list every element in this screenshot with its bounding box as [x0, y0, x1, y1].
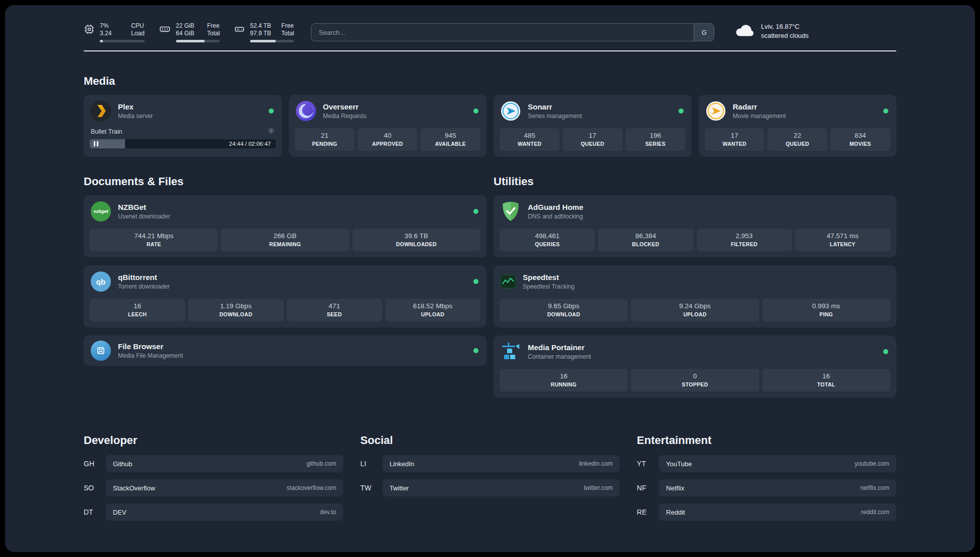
stat-label: QUEUED — [565, 141, 621, 147]
stat-leech: 16 LEECH — [90, 299, 185, 321]
stat-seed: 471 SEED — [287, 299, 382, 321]
stat-label: RATE — [92, 241, 216, 247]
stat-value: 40 — [359, 132, 415, 139]
status-dot — [883, 349, 888, 354]
stat-stopped: 0 STOPPED — [631, 369, 759, 392]
speedtest-icon — [500, 270, 517, 293]
bookmark-link[interactable]: Netflix netflix.com — [659, 479, 896, 496]
cpu-total: 3.24 — [100, 30, 122, 37]
disk-label-bottom: Total — [281, 30, 294, 37]
plex-card[interactable]: Plex Media server Bullet Train — [84, 95, 282, 157]
stat-label: PING — [764, 311, 888, 317]
service-subtitle: DNS and adblocking — [528, 213, 583, 220]
adguard-card[interactable]: AdGuard Home DNS and adblocking 498,461 … — [494, 195, 896, 257]
stat-value: 945 — [422, 132, 478, 139]
status-dot — [473, 108, 478, 114]
qbittorrent-icon: qb — [90, 270, 112, 293]
stat-value: 0.993 ms — [764, 302, 888, 310]
filebrowser-icon — [90, 340, 112, 362]
stat-value: 618.52 Mbps — [387, 302, 478, 310]
disk-icon — [234, 24, 245, 42]
status-dot — [679, 108, 684, 114]
playback-progress-bar[interactable]: 24:44 / 02:06:47 — [90, 139, 276, 148]
bookmark-link[interactable]: Github github.com — [106, 455, 343, 472]
stat-value: 834 — [832, 132, 888, 139]
stat-label: DOWNLOAD — [502, 311, 626, 317]
stat-label: QUEUED — [769, 141, 825, 147]
section-title-social: Social — [360, 434, 620, 447]
bookmark-youtube: YT YouTube youtube.com — [637, 455, 896, 472]
qbittorrent-card[interactable]: qb qBittorrent Torrent downloader 16 LEE… — [84, 265, 486, 327]
stat-label: TOTAL — [764, 381, 888, 387]
stat-approved: 40 APPROVED — [357, 128, 417, 151]
stat-label: LATENCY — [797, 241, 888, 247]
search-input[interactable] — [311, 23, 714, 41]
stat-series: 196 SERIES — [626, 128, 686, 151]
utilities-section: Utilities AdGuard Home — [494, 175, 896, 398]
stat-queries: 498,461 QUERIES — [500, 229, 595, 251]
cpu-monitor: 7% CPU 3.24 Load — [84, 22, 145, 42]
service-subtitle: Torrent downloader — [118, 283, 170, 290]
service-name: File Browser — [118, 342, 183, 351]
filebrowser-card[interactable]: File Browser Media File Management — [84, 336, 486, 366]
stat-remaining: 266 GB REMAINING — [221, 229, 349, 251]
ram-free: 22 GiB — [176, 22, 198, 29]
nzbget-icon: nzbget — [90, 200, 112, 222]
nzbget-card[interactable]: nzbget NZBGet Usenet downloader 744.21 M… — [84, 195, 486, 257]
bookmark-abbr: LI — [360, 460, 383, 468]
service-subtitle: Media server — [118, 113, 153, 120]
portainer-card[interactable]: Media Portainer Container management 16 … — [494, 336, 896, 398]
speedtest-card[interactable]: Speedtest Speedtest Tracking 9.65 Gbps D… — [494, 265, 896, 327]
overseerr-card[interactable]: Overseerr Media Requests 21 PENDING 40 A… — [289, 95, 487, 157]
bookmark-twitter: TW Twitter twitter.com — [360, 479, 620, 496]
adguard-icon — [500, 200, 522, 222]
pause-icon[interactable] — [94, 141, 98, 146]
bookmark-abbr: GH — [84, 460, 106, 468]
stat-label: DOWNLOADED — [354, 241, 478, 247]
memory-icon — [159, 24, 171, 42]
stat-label: WANTED — [707, 141, 763, 147]
service-name: Sonarr — [528, 102, 582, 111]
player-settings-gear-icon[interactable] — [268, 127, 275, 136]
stat-label: RUNNING — [502, 381, 626, 387]
service-name: NZBGet — [118, 203, 170, 211]
stat-label: WANTED — [502, 141, 558, 147]
stat-queued: 17 QUEUED — [563, 128, 623, 151]
stat-upload: 618.52 Mbps UPLOAD — [385, 299, 480, 321]
stat-value: 17 — [707, 132, 763, 139]
section-title-entertainment: Entertainment — [637, 434, 896, 447]
bookmark-link[interactable]: LinkedIn linkedin.com — [383, 455, 620, 472]
stat-pending: 21 PENDING — [295, 128, 355, 151]
stat-label: DOWNLOAD — [190, 311, 281, 317]
bookmark-link[interactable]: DEV dev.to — [106, 504, 343, 521]
bookmark-netflix: NF Netflix netflix.com — [637, 479, 896, 496]
bookmark-abbr: TW — [360, 484, 383, 492]
media-section: Media Plex Media server — [84, 75, 896, 157]
bookmark-link[interactable]: YouTube youtube.com — [659, 455, 896, 472]
stat-wanted: 485 WANTED — [500, 128, 560, 151]
disk-progress-bar — [250, 40, 294, 42]
stat-label: SEED — [289, 311, 380, 317]
sonarr-icon — [500, 100, 522, 122]
stat-value: 498,461 — [502, 232, 593, 240]
stat-value: 9.24 Gbps — [633, 302, 757, 310]
stat-queued: 22 QUEUED — [767, 128, 827, 151]
bookmark-link[interactable]: Twitter twitter.com — [383, 479, 620, 496]
sonarr-card[interactable]: Sonarr Series management 485 WANTED 17 Q… — [494, 95, 692, 157]
search-provider-button[interactable]: G — [694, 24, 714, 41]
bookmark-abbr: SO — [84, 484, 106, 492]
bookmark-link[interactable]: StackOverflow stackoverflow.com — [106, 479, 343, 496]
bookmark-link[interactable]: Reddit reddit.com — [659, 504, 896, 521]
status-dot — [269, 108, 274, 114]
stat-label: FILTERED — [699, 241, 790, 247]
service-subtitle: Speedtest Tracking — [523, 283, 575, 290]
stat-value: 17 — [565, 132, 621, 139]
disk-free: 52.4 TB — [250, 22, 272, 29]
radarr-card[interactable]: Radarr Movie management 17 WANTED 22 QUE… — [699, 95, 897, 157]
stat-value: 39.6 TB — [354, 232, 478, 240]
stat-available: 945 AVAILABLE — [420, 128, 480, 151]
stat-latency: 47.571 ms LATENCY — [795, 229, 890, 251]
bookmark-dev: DT DEV dev.to — [84, 504, 343, 521]
cloud-icon — [733, 23, 755, 40]
stat-value: 0 — [633, 372, 757, 380]
